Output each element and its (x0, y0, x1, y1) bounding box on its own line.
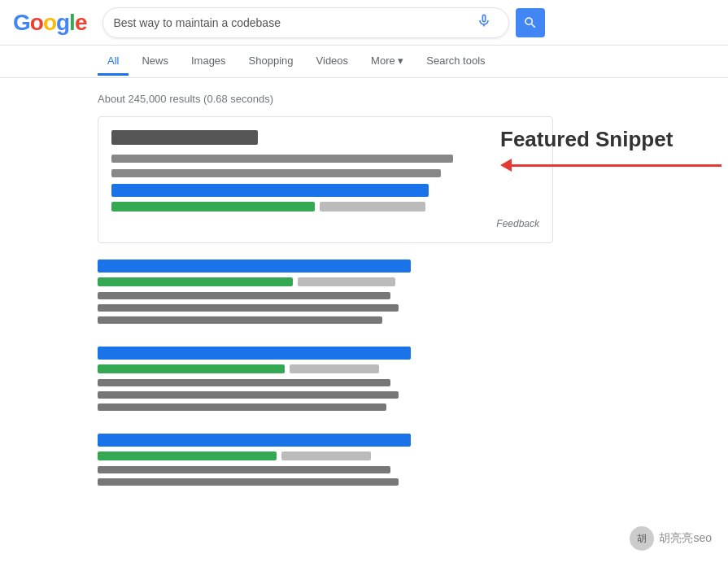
result-url-row (98, 277, 553, 286)
result-text-line-3 (98, 316, 382, 324)
arrow-line (510, 164, 673, 167)
result-green-bar (98, 364, 285, 373)
snippet-url-row (111, 202, 539, 212)
result-text-line-2 (98, 304, 399, 312)
featured-snippet-box: Feedback (98, 116, 553, 243)
microphone-icon[interactable] (476, 12, 492, 33)
watermark-icon-text: 胡 (637, 532, 647, 546)
snippet-grey-bar (320, 202, 425, 212)
snippet-line-1 (111, 155, 453, 163)
snippet-line-2 (111, 169, 441, 177)
watermark-icon: 胡 (630, 526, 654, 551)
result-url-row (98, 451, 553, 460)
arrow-right-ext (673, 164, 721, 167)
search-button[interactable] (516, 8, 545, 37)
result-item (98, 347, 553, 411)
result-item (98, 434, 553, 486)
result-url-row (98, 364, 553, 373)
result-text-line-3 (98, 403, 386, 411)
result-text-line-2 (98, 391, 399, 399)
result-item (98, 260, 553, 324)
tab-more[interactable]: More ▾ (361, 48, 413, 76)
tab-shopping[interactable]: Shopping (239, 48, 303, 76)
tab-videos[interactable]: Videos (307, 48, 359, 76)
result-grey-bar (281, 451, 371, 460)
snippet-title-bar (111, 130, 258, 145)
result-title-bar[interactable] (98, 260, 411, 273)
snippet-blue-bar[interactable] (111, 184, 429, 197)
annotation-arrow (500, 159, 721, 172)
result-green-bar (98, 451, 277, 460)
result-text-line-1 (98, 292, 390, 299)
watermark-text: 胡亮亮seo (659, 531, 712, 546)
feedback-text[interactable]: Feedback (111, 218, 539, 229)
nav-tabs: All News Images Shopping Videos More ▾ S… (0, 46, 728, 78)
featured-snippet-label: Featured Snippet (500, 127, 673, 152)
tab-search-tools[interactable]: Search tools (416, 48, 495, 76)
result-title-bar[interactable] (98, 347, 411, 360)
tab-news[interactable]: News (132, 48, 178, 76)
header: Google (0, 0, 728, 46)
snippet-green-bar (111, 202, 315, 212)
search-bar (102, 7, 509, 38)
results-area: About 245,000 results (0.68 seconds) Fee… (98, 86, 553, 508)
google-logo: Google (13, 10, 86, 36)
result-text-line-1 (98, 379, 390, 386)
result-text-line-2 (98, 478, 399, 486)
result-grey-bar (290, 364, 379, 373)
tab-images[interactable]: Images (181, 48, 236, 76)
results-count: About 245,000 results (0.68 seconds) (98, 93, 553, 105)
result-text-line-1 (98, 466, 390, 473)
result-grey-bar (298, 277, 395, 286)
result-title-bar[interactable] (98, 434, 411, 447)
featured-snippet-annotation: Featured Snippet (500, 127, 728, 172)
result-green-bar (98, 277, 293, 286)
watermark: 胡 胡亮亮seo (630, 526, 712, 551)
tab-all[interactable]: All (98, 48, 129, 76)
main-content: About 245,000 results (0.68 seconds) Fee… (0, 78, 728, 508)
search-input[interactable] (113, 16, 476, 29)
